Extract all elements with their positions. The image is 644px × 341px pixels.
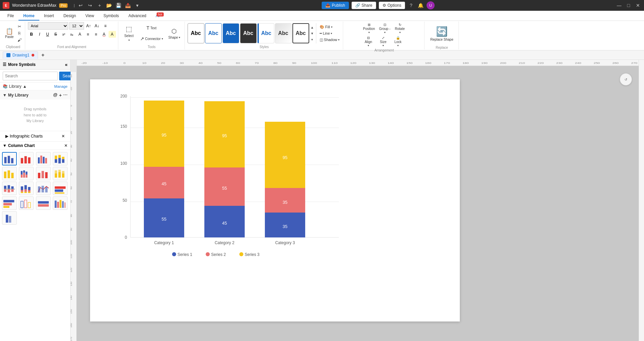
lock-btn[interactable]: 🔒 Lock ▾: [391, 35, 405, 48]
more-text-btn[interactable]: A: [76, 31, 84, 38]
close-btn[interactable]: ✕: [635, 2, 641, 9]
underline-btn[interactable]: U: [44, 31, 51, 38]
align-btn[interactable]: ⊟ Align ▾: [362, 35, 375, 48]
export-btn[interactable]: 📤: [124, 2, 131, 9]
notifications-btn[interactable]: 🔔: [417, 2, 424, 9]
abc-style-6[interactable]: Abc: [275, 23, 292, 43]
cut-btn[interactable]: ✂: [16, 24, 23, 30]
superscript-btn[interactable]: x²: [60, 31, 68, 38]
styles-scroll-up-btn[interactable]: ▲: [311, 24, 314, 30]
chart-thumb-7[interactable]: [36, 167, 51, 180]
subscript-btn[interactable]: x₂: [68, 31, 76, 38]
abc-style-2[interactable]: Abc: [205, 23, 222, 43]
select-tool-btn[interactable]: ⬚ Select ▾: [121, 23, 137, 44]
chart-thumb-17[interactable]: [2, 211, 17, 225]
size-btn[interactable]: ⤢ Size ▾: [376, 35, 390, 48]
decrease-font-btn[interactable]: A↓: [93, 22, 101, 30]
align-btn[interactable]: ≡: [102, 22, 109, 30]
strikethrough-btn[interactable]: S: [52, 31, 59, 38]
abc-style-4[interactable]: Abc: [240, 23, 257, 43]
tab-view[interactable]: View: [81, 12, 99, 21]
abc-style-3[interactable]: Abc: [223, 23, 239, 43]
position-btn[interactable]: ⊞ Position ▾: [362, 22, 376, 35]
publish-btn[interactable]: 📤 Publish: [322, 2, 349, 9]
font-family-select[interactable]: Arial: [28, 22, 68, 30]
canvas-wrapper[interactable]: 0 50 100 150 200: [77, 66, 639, 341]
minimize-btn[interactable]: —: [616, 2, 622, 9]
tab-advanced[interactable]: Advanced: [124, 12, 151, 21]
maximize-btn[interactable]: □: [625, 2, 632, 9]
chart-thumb-3[interactable]: [36, 152, 51, 165]
chart-thumb-12[interactable]: [53, 182, 68, 195]
abc-style-7[interactable]: Abc: [292, 23, 309, 43]
my-library-add-btn[interactable]: +: [59, 92, 62, 98]
text-tool-btn[interactable]: T Text: [138, 23, 165, 33]
tab-insert[interactable]: Insert: [39, 12, 59, 21]
open-btn[interactable]: 📂: [106, 2, 112, 9]
infographic-close-icon[interactable]: ✕: [62, 134, 65, 139]
chart-thumb-9[interactable]: [2, 182, 17, 195]
fill-btn[interactable]: 🎨 Fill ▾: [318, 24, 341, 30]
shadow-btn[interactable]: ◫ Shadow ▾: [318, 37, 341, 43]
svg-rect-69: [64, 202, 66, 208]
my-library-more-btn[interactable]: ⋯: [63, 92, 68, 98]
format-painter-btn[interactable]: 🖌: [16, 37, 23, 43]
chart-thumb-13[interactable]: [2, 196, 17, 210]
avatar[interactable]: U: [427, 1, 435, 9]
chart-thumb-10[interactable]: [19, 182, 34, 195]
abc-style-1[interactable]: Abc: [188, 23, 204, 43]
help-btn[interactable]: ?: [408, 2, 414, 9]
share-btn[interactable]: 🔗 Share: [352, 2, 376, 9]
column-chart-close-icon[interactable]: ✕: [64, 143, 68, 148]
list-btn[interactable]: ≡: [92, 31, 100, 38]
new-btn[interactable]: +: [96, 2, 103, 9]
styles-scroll-down-btn[interactable]: ▼: [311, 30, 314, 36]
my-library-at-btn[interactable]: @: [53, 92, 57, 98]
chart-thumb-14[interactable]: [19, 196, 34, 210]
shape-tool-btn[interactable]: ⬡ Shape ▾: [166, 23, 183, 43]
italic-btn[interactable]: I: [36, 31, 43, 38]
copy-btn[interactable]: ⎘: [16, 30, 23, 36]
font-color-btn[interactable]: A: [100, 31, 108, 38]
search-input[interactable]: [3, 72, 58, 80]
abc-style-5[interactable]: Abc: [257, 23, 274, 43]
connector-tool-btn[interactable]: ↗ Connector ▾: [138, 34, 165, 44]
title-bar: E Wondershare EdrawMax Pro | ↩ ↪ + 📂 💾 📤…: [0, 0, 644, 11]
chart-thumb-16[interactable]: [53, 196, 68, 210]
manage-btn[interactable]: Manage: [54, 84, 68, 88]
drawing-tab[interactable]: Drawing1: [3, 51, 38, 59]
chart-thumb-4[interactable]: [53, 152, 68, 165]
chart-thumb-5[interactable]: [2, 167, 17, 180]
tab-ai[interactable]: AI hot: [151, 12, 164, 21]
line-btn[interactable]: ━ Line ▾: [318, 31, 341, 36]
save-btn[interactable]: 💾: [115, 2, 122, 9]
bullet-btn[interactable]: ≡: [84, 31, 92, 38]
collapse-panel-btn[interactable]: «: [65, 62, 68, 67]
undo-btn[interactable]: ↩: [77, 2, 84, 9]
increase-font-btn[interactable]: A↑: [85, 22, 92, 30]
replace-shape-btn[interactable]: 🔄 Replace Shape: [427, 22, 456, 45]
chart-thumb-1[interactable]: [2, 152, 17, 165]
options-btn[interactable]: ⚙ Options: [379, 2, 405, 9]
group-btn[interactable]: ⊡ Group - ▾: [378, 22, 392, 35]
tab-home[interactable]: Home: [18, 12, 39, 21]
highlight-btn[interactable]: A: [109, 31, 116, 38]
chart-thumb-8[interactable]: [53, 167, 68, 180]
add-tab-btn[interactable]: +: [39, 51, 47, 59]
tab-symbols[interactable]: Symbols: [99, 12, 124, 21]
chart-thumb-2[interactable]: [19, 152, 34, 165]
infographic-row[interactable]: ▶ Infographic Charts ✕: [3, 132, 68, 140]
rotate-btn[interactable]: ↻ Rotate ▾: [393, 22, 407, 35]
chart-thumb-15[interactable]: [36, 196, 51, 210]
tab-design[interactable]: Design: [59, 12, 81, 21]
redo-btn[interactable]: ↪: [87, 2, 93, 9]
chart-thumb-6[interactable]: [19, 167, 34, 180]
chart-thumb-11[interactable]: [36, 182, 51, 195]
svg-rect-66: [57, 202, 59, 208]
styles-expand-btn[interactable]: ▾: [311, 36, 313, 42]
paste-btn[interactable]: 📋 Paste: [3, 23, 15, 43]
font-size-select[interactable]: 12: [69, 22, 84, 30]
tab-file[interactable]: File: [3, 12, 18, 21]
more-btn[interactable]: ▾: [134, 2, 140, 9]
bold-btn[interactable]: B: [28, 31, 35, 38]
